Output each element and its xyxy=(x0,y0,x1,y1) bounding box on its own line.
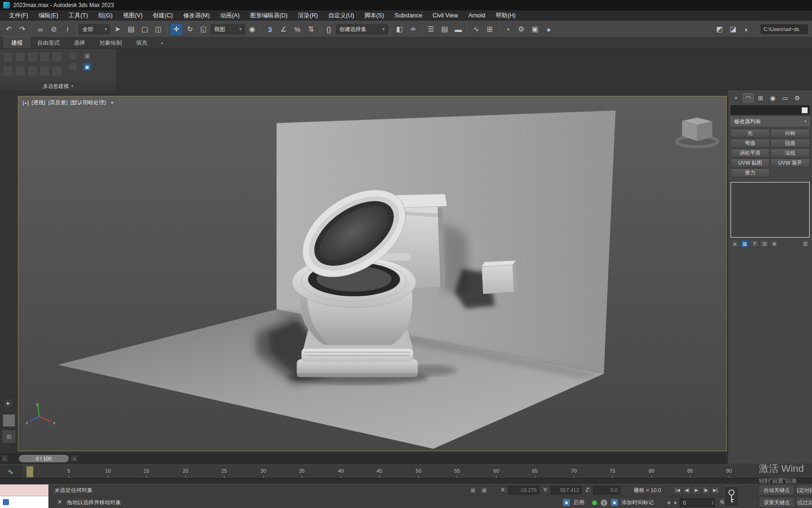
modifier-bend-button[interactable]: 弯曲 xyxy=(731,139,770,148)
pin-stack-icon[interactable]: ⌀ xyxy=(731,240,739,247)
menu-customize[interactable]: 自定义(U) xyxy=(323,10,359,21)
time-slider-track[interactable]: ‹ 0 / 100 › xyxy=(0,453,726,463)
configure-modifier-sets-icon[interactable]: ≣ xyxy=(770,240,779,247)
selected-set-dropdown[interactable]: 选定对象 xyxy=(796,485,812,495)
utilities-tab-icon[interactable]: ⚙ xyxy=(792,93,803,103)
go-to-end-icon[interactable]: ▶| xyxy=(711,485,720,495)
macro-recorder-pane[interactable] xyxy=(0,484,48,496)
render-production-icon[interactable]: ● xyxy=(542,23,555,36)
collapse-stack-icon[interactable] xyxy=(69,52,77,60)
menu-scripting[interactable]: 脚本(S) xyxy=(359,10,389,21)
ribbon-tab-freeform[interactable]: 自由形式 xyxy=(30,37,67,48)
viewport-shading-menu[interactable]: [默认明暗处理] xyxy=(70,99,105,106)
render-setup-icon[interactable]: ⚙ xyxy=(515,23,528,36)
menu-substance[interactable]: Substance xyxy=(389,10,427,21)
menu-group[interactable]: 组(G) xyxy=(93,10,118,21)
menu-views[interactable]: 视图(V) xyxy=(118,10,148,21)
ribbon-tab-populate[interactable]: 填充 xyxy=(129,37,154,48)
y-coordinate-field[interactable]: 557.412 xyxy=(551,486,582,494)
ribbon-toggle-icon[interactable]: ▬ xyxy=(452,23,465,36)
frame-back-icon[interactable]: ◀ xyxy=(666,499,672,506)
edit-named-selections-icon[interactable]: {} xyxy=(322,23,335,36)
modifier-turbosmooth-button[interactable]: 涡轮平滑 xyxy=(731,149,770,158)
select-object-icon[interactable]: ➤ xyxy=(111,23,124,36)
viewport-layout-tab-single[interactable] xyxy=(3,414,15,427)
menu-arnold[interactable]: Arnold xyxy=(463,10,490,21)
viewport-quality-menu[interactable]: [高质量] xyxy=(48,99,68,106)
percent-snap-icon[interactable]: % xyxy=(291,23,304,36)
render-iterative-icon[interactable]: ◐ xyxy=(740,23,753,36)
menu-file[interactable]: 文件(F) xyxy=(4,10,33,21)
viewport-pov-menu[interactable]: [透视] xyxy=(32,99,45,106)
unlink-selection-icon[interactable]: ⊘ xyxy=(48,23,60,36)
time-slider-thumb[interactable]: 0 / 100 xyxy=(19,455,69,462)
adaptive-degradation-icon[interactable]: ▣ xyxy=(563,499,570,506)
isolate-selection-icon[interactable]: ◩ xyxy=(713,23,726,36)
menu-rendering[interactable]: 渲染(R) xyxy=(293,10,323,21)
redo-icon[interactable]: ↷ xyxy=(16,23,29,36)
set-key-button[interactable]: 设置关键点 xyxy=(759,497,795,508)
schematic-view-icon[interactable]: ⊞ xyxy=(483,23,496,36)
create-tab-icon[interactable]: ＋ xyxy=(731,93,741,103)
close-icon[interactable]: ✕ xyxy=(57,499,62,505)
polygon-mode-icon[interactable] xyxy=(40,52,50,62)
viewcube[interactable] xyxy=(674,112,721,155)
modifier-push-button[interactable]: 推力 xyxy=(731,168,770,177)
menu-help[interactable]: 帮助(H) xyxy=(490,10,521,21)
modifier-stack-list[interactable] xyxy=(731,182,810,238)
pivot-tool-icon[interactable] xyxy=(3,66,13,76)
x-coordinate-field[interactable]: -19.275 xyxy=(508,486,539,494)
stack-menu-icon[interactable]: ☰ xyxy=(801,240,810,247)
current-frame-marker[interactable] xyxy=(26,466,33,477)
make-unique-icon[interactable]: Y xyxy=(750,240,759,247)
object-name-field[interactable] xyxy=(731,105,810,115)
select-scale-icon[interactable]: ◱ xyxy=(197,23,210,36)
menu-tools[interactable]: 工具(T) xyxy=(64,10,93,21)
select-move-icon[interactable]: ✛ xyxy=(170,23,183,36)
element-mode-icon[interactable] xyxy=(52,52,62,62)
use-pivot-center-icon[interactable]: ◉ xyxy=(246,23,258,36)
perspective-viewport[interactable]: [+] [透视] [高质量] [默认明暗处理] ▼ xyxy=(18,96,727,451)
align-icon[interactable]: ≐ xyxy=(407,23,419,36)
preserve-uvs-icon[interactable] xyxy=(15,66,25,76)
ribbon-tab-object-paint[interactable]: 对象绘制 xyxy=(92,37,129,48)
project-path-field[interactable]: C:\Users\ad~ds xyxy=(761,24,808,34)
ribbon-tab-selection[interactable]: 选择 xyxy=(67,37,92,48)
modifier-unwrap-uvw-button[interactable]: UVW 展开 xyxy=(771,159,810,167)
next-frame-icon[interactable]: |▶ xyxy=(701,485,710,495)
object-color-swatch[interactable] xyxy=(802,107,808,113)
bind-spacewarp-icon[interactable]: ≀ xyxy=(61,23,74,36)
border-mode-icon[interactable] xyxy=(27,52,38,62)
remove-modifier-icon[interactable]: ⊟ xyxy=(760,240,769,247)
ribbon-tab-modeling[interactable]: 建模 xyxy=(4,37,30,48)
modifier-uvw-map-button[interactable]: UVW 贴图 xyxy=(731,159,770,167)
track-bar[interactable]: ∿ 5 10 15 20 25 30 35 40 45 50 55 60 65 … xyxy=(0,465,812,479)
spinner-down-icon[interactable]: ▾ xyxy=(712,503,713,505)
spinner-arrows-icon[interactable]: ▴ ▾ xyxy=(712,500,713,505)
select-rotate-icon[interactable]: ↻ xyxy=(184,23,196,36)
soft-selection-icon[interactable] xyxy=(52,66,62,76)
viewport-general-menu[interactable]: [+] xyxy=(23,100,29,106)
display-filter-icon[interactable]: ◪ xyxy=(727,23,740,36)
layer-explorer-icon[interactable]: ▤ xyxy=(438,23,451,36)
angle-snap-icon[interactable]: ∠ xyxy=(277,23,290,36)
snap-toggle-icon[interactable]: 3 xyxy=(264,23,276,36)
edge-mode-icon[interactable] xyxy=(15,52,25,62)
modifier-list-dropdown[interactable]: 修改器列表 ▾ xyxy=(731,117,810,126)
constraints-icon[interactable] xyxy=(40,66,50,76)
viewport-filter-icon[interactable]: ▼ xyxy=(110,101,114,105)
material-editor-icon[interactable]: ◔ xyxy=(501,23,514,36)
modifier-normal-button[interactable]: 法线 xyxy=(771,149,810,158)
edit-poly-mode-icon[interactable]: ▣ xyxy=(83,63,91,71)
play-icon[interactable]: ▶ xyxy=(692,485,701,495)
tweak-icon[interactable] xyxy=(27,66,38,76)
add-time-tag[interactable]: 添加时间标记 xyxy=(621,499,654,506)
select-link-icon[interactable]: ∞ xyxy=(34,23,47,36)
selection-filter-dropdown[interactable]: 全部 ▾ xyxy=(79,24,110,34)
spinner-snap-icon[interactable]: ⇅ xyxy=(305,23,317,36)
named-selection-sets-dropdown[interactable]: 创建选择集 ▾ xyxy=(336,24,388,34)
modifier-twist-button[interactable]: 扭曲 xyxy=(771,139,810,148)
set-keys-big-button[interactable] xyxy=(724,486,739,507)
viewport-layout-tab-grid[interactable]: ⊞ xyxy=(3,430,15,443)
previous-frame-icon[interactable]: ◀| xyxy=(683,485,691,495)
